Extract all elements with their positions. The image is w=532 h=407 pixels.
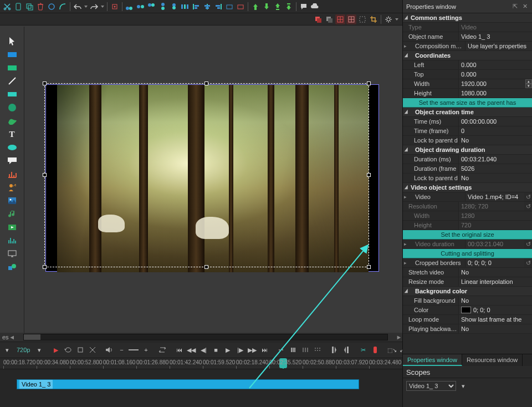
marker-end-icon[interactable] xyxy=(341,344,351,355)
rect-blue-tool-icon[interactable] xyxy=(6,49,19,60)
section-coordinates[interactable]: Coordinates xyxy=(403,51,532,60)
dropdown-icon[interactable]: ▾ xyxy=(2,344,12,355)
layers-red-icon[interactable] xyxy=(313,14,323,24)
visualization-tool-icon[interactable] xyxy=(6,235,19,246)
record-icon[interactable]: ▶ xyxy=(51,344,61,355)
vol-down-icon[interactable]: − xyxy=(116,344,126,355)
stop-icon[interactable]: ■ xyxy=(211,344,221,355)
section-background[interactable]: Background color xyxy=(403,287,532,296)
tab-properties[interactable]: Properties window xyxy=(403,354,462,366)
markers4-icon[interactable] xyxy=(313,344,323,355)
align-right-icon[interactable] xyxy=(213,2,223,12)
counter-tool-icon[interactable] xyxy=(6,182,19,193)
loop-toggle-icon[interactable] xyxy=(157,344,167,355)
loop-icon[interactable] xyxy=(63,344,73,355)
marker-start-icon[interactable] xyxy=(329,344,339,355)
color-swatch[interactable] xyxy=(461,307,471,313)
fast-fwd-icon[interactable]: ⏭ xyxy=(259,344,269,355)
video-frame[interactable] xyxy=(45,84,379,272)
cutting-splitting-button[interactable]: Cutting and splitting xyxy=(403,249,532,258)
cut-icon[interactable] xyxy=(2,2,12,12)
rect-blue-icon[interactable] xyxy=(224,2,234,12)
resolution-label[interactable]: 720p xyxy=(14,347,32,353)
crop-reset-icon[interactable]: ↺ xyxy=(524,260,532,267)
section-drawing-duration[interactable]: Object drawing duration xyxy=(403,145,532,155)
undo-dropdown[interactable] xyxy=(84,2,88,12)
rect-red-icon[interactable] xyxy=(236,2,245,12)
vol-slider[interactable] xyxy=(129,344,139,355)
video-clip[interactable]: Video 1_ 3 xyxy=(17,379,359,389)
markers1-icon[interactable] xyxy=(276,344,286,355)
grid-red-icon[interactable] xyxy=(335,14,345,24)
layers-blue-icon[interactable] xyxy=(324,14,334,24)
res-reset-icon[interactable]: ↺ xyxy=(524,203,532,210)
audio-tool-icon[interactable] xyxy=(6,208,19,220)
undo-icon[interactable] xyxy=(73,2,83,12)
cloud-icon[interactable] xyxy=(310,2,320,12)
tooltip-tool-icon[interactable] xyxy=(6,155,19,166)
redo-dropdown[interactable] xyxy=(100,2,105,12)
split-icon[interactable]: ✂ xyxy=(358,344,368,355)
circle-tool-icon[interactable] xyxy=(6,102,19,113)
cut-pb-icon[interactable] xyxy=(88,344,98,355)
shapes-tool-icon[interactable] xyxy=(6,262,19,273)
chart-tool-icon[interactable] xyxy=(6,169,19,180)
timeline-tracks[interactable]: Video 1_ 3 xyxy=(0,369,402,403)
snap-icon[interactable] xyxy=(75,344,85,355)
video-tool-icon[interactable] xyxy=(6,222,19,233)
device-icon[interactable] xyxy=(13,2,23,12)
move-up-icon[interactable] xyxy=(250,2,260,12)
scroll-right-icon[interactable]: ► xyxy=(396,334,402,340)
markers2-icon[interactable] xyxy=(288,344,298,355)
snap-icon[interactable] xyxy=(110,2,120,12)
move-down-icon[interactable] xyxy=(262,2,272,12)
delete-icon[interactable] xyxy=(35,2,45,12)
tab-resources[interactable]: Resources window xyxy=(462,354,523,366)
freeform-tool-icon[interactable] xyxy=(6,115,19,126)
prev-frame-icon[interactable]: ◀◀ xyxy=(186,344,196,355)
screen-tool-icon[interactable] xyxy=(6,248,19,260)
align-group2-icon[interactable] xyxy=(136,2,146,12)
section-creation-time[interactable]: Object creation time xyxy=(403,108,532,117)
pointer-tool-icon[interactable] xyxy=(6,35,19,47)
preview-canvas[interactable] xyxy=(24,26,402,333)
vdur-reset-icon[interactable]: ↺ xyxy=(524,241,532,248)
play-icon[interactable]: ▶ xyxy=(223,344,233,355)
scroll-left-icon[interactable]: ◄ xyxy=(9,334,16,340)
video-reset-icon[interactable]: ↺ xyxy=(524,194,532,201)
step-fwd-icon[interactable]: |▶ xyxy=(235,344,245,355)
original-size-button[interactable]: Set the original size xyxy=(403,230,532,240)
line-tool-icon[interactable] xyxy=(6,75,19,87)
rewind-icon[interactable]: ⏮ xyxy=(174,344,184,355)
grid-icon[interactable] xyxy=(346,14,356,24)
scopes-dropdown-icon[interactable]: ▾ xyxy=(458,380,468,391)
align-group1-icon[interactable] xyxy=(125,2,135,12)
scrollbar-track[interactable] xyxy=(23,334,388,340)
align-center-icon[interactable] xyxy=(202,2,212,12)
cyan-rect-tool-icon[interactable] xyxy=(6,89,19,100)
timeline-ruler[interactable]: 00:00:18.72000:00:34.08000:00:52.80000:0… xyxy=(0,358,402,369)
align-group3-icon[interactable] xyxy=(147,2,157,12)
close-panel-icon[interactable]: ✕ xyxy=(521,3,529,10)
send-back-icon[interactable] xyxy=(284,2,294,12)
comment-icon[interactable] xyxy=(299,2,309,12)
section-video-settings[interactable]: Video object settings xyxy=(403,183,532,192)
distribute-h-icon[interactable] xyxy=(180,2,190,12)
same-size-button[interactable]: Set the same size as the parent has xyxy=(403,98,532,108)
curve-icon[interactable] xyxy=(58,2,68,12)
align-v1-icon[interactable] xyxy=(158,2,168,12)
bounds-icon[interactable] xyxy=(357,14,367,24)
marker-red-icon[interactable] xyxy=(370,344,380,355)
section-common[interactable]: Common settings xyxy=(403,13,532,23)
step-back-icon[interactable]: ◀| xyxy=(198,344,208,355)
rect-green-tool-icon[interactable] xyxy=(6,62,19,73)
speaker-icon[interactable] xyxy=(104,344,114,355)
next-frame-icon[interactable]: ▶▶ xyxy=(247,344,257,355)
image-tool-icon[interactable] xyxy=(6,195,19,206)
ellipse-tool-icon[interactable] xyxy=(6,142,19,153)
markers3-icon[interactable] xyxy=(300,344,310,355)
bring-front-icon[interactable] xyxy=(273,2,283,12)
text-tool-icon[interactable]: T xyxy=(6,129,19,140)
settings-dropdown[interactable] xyxy=(395,14,399,24)
align-v2-icon[interactable] xyxy=(169,2,179,12)
